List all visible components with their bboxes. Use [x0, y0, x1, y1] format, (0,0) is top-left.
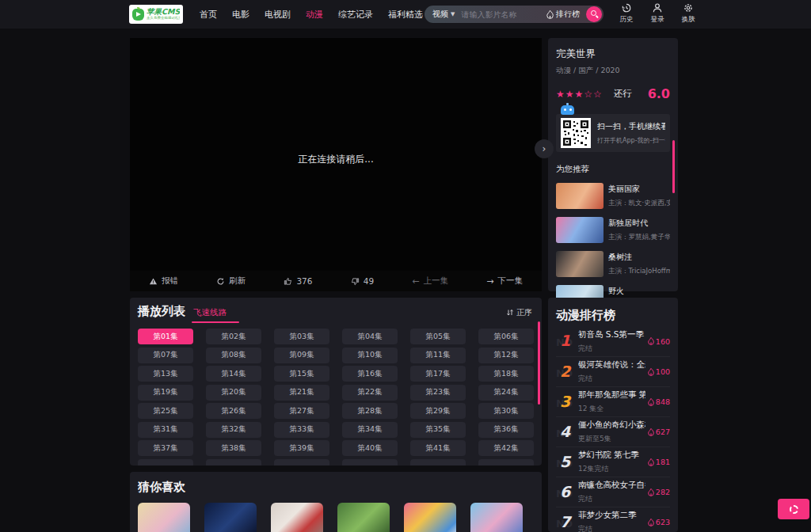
nav-item[interactable]: 电视剧 — [265, 9, 291, 21]
episode-button[interactable]: 第08集 — [206, 348, 261, 363]
episode-button-partial[interactable] — [138, 459, 193, 466]
navbar-actions: 历史 登录 换肤 — [616, 2, 699, 25]
episode-button-partial[interactable] — [342, 459, 398, 466]
rank-item[interactable]: NO 5 梦幻书院 第七季 12集完结 181 — [556, 446, 670, 477]
episode-button[interactable]: 第42集 — [478, 440, 534, 456]
login-button[interactable]: 登录 — [647, 2, 668, 25]
change-skin-button[interactable]: 换肤 — [678, 2, 699, 25]
episode-button[interactable]: 第10集 — [342, 348, 398, 363]
nav-item[interactable]: 动漫 — [306, 9, 323, 21]
floating-settings-button[interactable] — [778, 499, 809, 519]
search-button[interactable] — [586, 6, 602, 22]
episode-button[interactable]: 第13集 — [138, 366, 193, 382]
rank-item[interactable]: NO 7 菲梦少女第二季 完结 623 — [556, 507, 670, 532]
nav-item[interactable]: 综艺记录 — [338, 9, 373, 21]
episode-button[interactable]: 第09集 — [274, 348, 329, 363]
rank-item[interactable]: NO 4 僵小鱼的奇幻小森林 更新至5集 627 — [556, 416, 670, 446]
episode-button[interactable]: 第28集 — [342, 403, 398, 419]
poster-thumb[interactable] — [138, 503, 190, 532]
rank-item[interactable]: NO 1 初音岛 S.S第一季 完结 160 — [556, 326, 670, 356]
episode-button[interactable]: 第15集 — [274, 366, 329, 382]
episode-button[interactable]: 第16集 — [342, 366, 398, 382]
rank-item-heat: 282 — [648, 488, 670, 496]
episode-button[interactable]: 第11集 — [410, 348, 466, 363]
episode-button[interactable]: 第31集 — [138, 422, 193, 438]
playlist-scrollbar[interactable] — [538, 321, 540, 405]
rank-item[interactable]: NO 2 银河英雄传说：全新... 完结 100 — [556, 356, 670, 386]
episode-button-partial[interactable] — [478, 459, 534, 466]
episode-button[interactable]: 第19集 — [138, 385, 193, 401]
prev-episode-button[interactable]: ← 上一集 — [412, 276, 448, 287]
episode-button[interactable]: 第40集 — [342, 440, 398, 456]
rank-item[interactable]: NO 6 南镰仓高校女子自行... 完结 282 — [556, 477, 670, 507]
refresh-button[interactable]: 刷新 — [216, 276, 246, 287]
episode-button[interactable]: 第32集 — [206, 422, 261, 438]
sort-order-button[interactable]: 正序 — [506, 307, 532, 318]
qr-caption-main: 扫一扫，手机继续看 — [597, 121, 665, 132]
episode-button[interactable]: 第05集 — [410, 329, 466, 344]
rank-item-heat: 100 — [648, 367, 670, 376]
recommend-thumb — [556, 251, 603, 277]
episode-button[interactable]: 第25集 — [138, 403, 193, 419]
nav-item[interactable]: 首页 — [200, 9, 217, 21]
episode-button[interactable]: 第36集 — [478, 422, 534, 438]
episode-button[interactable]: 第34集 — [342, 422, 398, 438]
site-logo[interactable]: 苹果CMS 永久免费全能建站程序 — [129, 5, 183, 24]
collapse-sidebar-button[interactable]: › — [535, 139, 554, 158]
episode-button[interactable]: 第03集 — [274, 329, 329, 344]
episode-button[interactable]: 第18集 — [478, 366, 534, 382]
episode-button[interactable]: 第22集 — [342, 385, 398, 401]
episode-button[interactable]: 第38集 — [206, 440, 261, 456]
episode-button[interactable]: 第17集 — [410, 366, 466, 382]
nav-item[interactable]: 电影 — [232, 9, 249, 21]
recommend-item[interactable]: 桑树洼 主演：TriciaJoHoffman,Ba... — [556, 251, 670, 277]
episode-button[interactable]: 第30集 — [478, 403, 534, 419]
episode-button[interactable]: 第21集 — [274, 385, 329, 401]
episode-button[interactable]: 第02集 — [206, 329, 261, 344]
search-rank-link[interactable]: 排行榜 — [546, 9, 580, 20]
episode-button[interactable]: 第37集 — [138, 440, 193, 456]
episode-button[interactable]: 第23集 — [410, 385, 466, 401]
episode-button-partial[interactable] — [274, 459, 329, 466]
poster-thumb[interactable] — [404, 503, 456, 532]
poster-thumb[interactable] — [470, 503, 523, 532]
episode-button[interactable]: 第35集 — [410, 422, 466, 438]
next-episode-button[interactable]: → 下一集 — [486, 276, 523, 287]
episode-button[interactable]: 第41集 — [410, 440, 466, 456]
recommend-scrollbar[interactable] — [672, 140, 675, 193]
report-error-button[interactable]: 报错 — [149, 276, 178, 287]
rank-item-title: 初音岛 S.S第一季 — [578, 329, 645, 340]
nav-item[interactable]: 福利精选 — [388, 9, 423, 21]
playlist-line-tab[interactable]: 飞速线路 — [193, 307, 227, 318]
rank-item-heat: 623 — [648, 518, 670, 526]
episode-button[interactable]: 第24集 — [478, 385, 534, 401]
episode-button[interactable]: 第01集 — [138, 329, 193, 344]
poster-thumb[interactable] — [271, 503, 323, 532]
episode-button[interactable]: 第27集 — [274, 403, 329, 419]
episode-button[interactable]: 第29集 — [410, 403, 466, 419]
video-player[interactable]: 正在连接请稍后... 报错 刷新 376 — [130, 38, 542, 291]
episode-button[interactable]: 第12集 — [478, 348, 534, 363]
episode-button-partial[interactable] — [206, 459, 261, 466]
episode-button[interactable]: 第26集 — [206, 403, 261, 419]
episode-button[interactable]: 第20集 — [206, 385, 261, 401]
episode-button[interactable]: 第33集 — [274, 422, 329, 438]
dislike-button[interactable]: 49 — [351, 276, 374, 286]
thumbs-up-icon — [284, 277, 292, 286]
poster-thumb[interactable] — [337, 503, 390, 532]
recommend-item[interactable]: 新独居时代 主演：罗慧娟,黄子华,甄楚倩... — [556, 217, 670, 243]
playlist-header: 播放列表 飞速线路 正序 — [138, 304, 534, 321]
search-category-dropdown[interactable]: 视频 ▼ — [432, 9, 455, 20]
episode-button[interactable]: 第14集 — [206, 366, 261, 382]
poster-thumb[interactable] — [204, 503, 257, 532]
episode-button-partial[interactable] — [410, 459, 466, 466]
episode-button[interactable]: 第06集 — [478, 329, 534, 344]
like-button[interactable]: 376 — [284, 276, 312, 286]
episode-button[interactable]: 第04集 — [342, 329, 398, 344]
episode-button[interactable]: 第07集 — [138, 348, 193, 363]
search-input[interactable] — [461, 10, 546, 19]
history-button[interactable]: 历史 — [616, 2, 637, 25]
rank-item[interactable]: NO 3 那年那兔那些事 第二... 12 集全 848 — [556, 386, 670, 416]
episode-button[interactable]: 第39集 — [274, 440, 329, 456]
recommend-item[interactable]: 美丽国家 主演：凯文·史派西,安妮特... — [556, 183, 670, 209]
